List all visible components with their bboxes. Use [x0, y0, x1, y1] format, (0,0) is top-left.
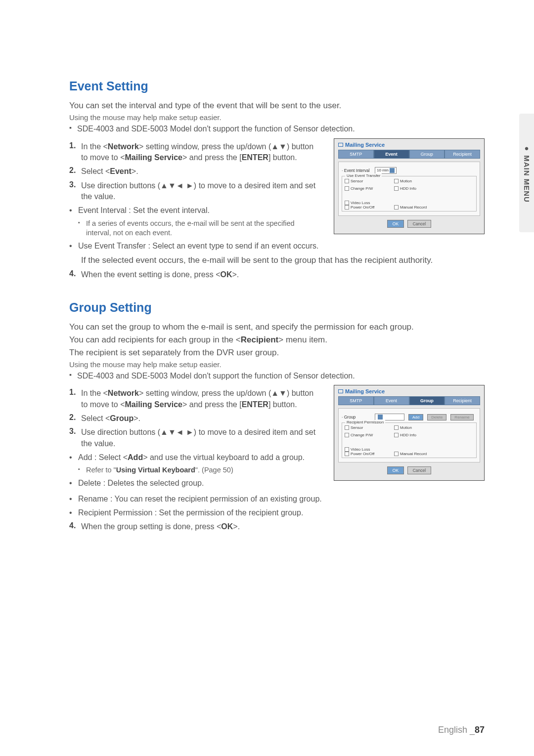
add-button[interactable]: Add [408, 414, 423, 420]
group-dropdown[interactable] [375, 414, 404, 420]
event-note-row: ▪ SDE-4003 and SDE-5003 Model don't supp… [69, 124, 485, 134]
group-sub-add-ref: ▪ Refer to "Using Virtual Keyboard". (Pa… [78, 465, 320, 475]
tab-event[interactable]: Event [374, 396, 409, 405]
group-sub-add: • Add : Select <Add> and use the virtual… [69, 452, 320, 463]
tab-smtp[interactable]: SMTP [338, 150, 374, 159]
event-step-4: When the event setting is done, press <O… [69, 269, 485, 280]
event-sub-interval: •Event Interval : Set the event interval… [69, 205, 320, 216]
event-step-2: Select <Event>. [69, 166, 320, 177]
group-sub-delete: •Delete : Deletes the selected group. [69, 478, 320, 489]
tab-event[interactable]: Event [374, 150, 409, 159]
bullet-square-icon: ▪ [69, 371, 77, 378]
event-setting-heading: Event Setting [69, 79, 485, 93]
group-note-row: ▪ SDE-4003 and SDE-5003 Model don't supp… [69, 371, 485, 381]
event-step-1: In the <Network> setting window, press t… [69, 141, 320, 164]
event-interval-dropdown[interactable]: 10 min [375, 167, 397, 174]
bullet-square-icon: ▪ [69, 124, 77, 131]
group-label: · Group [342, 415, 372, 420]
group-fieldset-legend: Recipient Permission [345, 420, 385, 424]
chk-manual-record[interactable]: Manual Record [394, 205, 434, 210]
chk-video-loss[interactable]: Video Loss [345, 447, 384, 452]
group-note-text: SDE-4003 and SDE-5003 Model don't suppor… [77, 371, 355, 381]
mail-icon [338, 143, 343, 147]
group-sub-rename: •Rename : You can reset the recipient pe… [69, 494, 485, 504]
tab-group[interactable]: Group [409, 396, 445, 405]
chk-manual-record[interactable]: Manual Record [394, 452, 434, 456]
chevron-down-icon [390, 168, 395, 173]
group-intro-1: You can set the group to whom the e-mail… [69, 322, 485, 333]
mail-icon [338, 389, 343, 393]
event-fieldset-legend: Use Event Transfer [345, 173, 382, 178]
event-intro-2: Using the mouse may help make setup easi… [69, 113, 485, 122]
event-interval-label: · Event Interval [342, 168, 372, 173]
ok-button[interactable]: OK [387, 466, 404, 474]
cancel-button[interactable]: Cancel [407, 220, 431, 228]
group-intro-2: You can add recipients for each group in… [69, 335, 485, 346]
event-screenshot-panel: Mailing Service SMTP Event Group Recipie… [334, 138, 485, 234]
chevron-down-icon [378, 415, 383, 420]
chk-hdd-info[interactable]: HDD Info [394, 186, 434, 191]
event-sub-interval-note: ▪If a series of events occurs, the e-mai… [78, 219, 320, 238]
chk-motion[interactable]: Motion [394, 425, 434, 430]
group-step-4: When the group setting is done, press <O… [69, 521, 485, 532]
chk-sensor[interactable]: Sensor [345, 179, 384, 183]
group-sub-permission: •Recipient Permission : Set the permissi… [69, 507, 485, 518]
event-sub-transfer: •Use Event Transfer : Select an event ty… [69, 241, 320, 252]
group-step-3: Use direction buttons (▲▼◄ ►) to move to… [69, 427, 320, 449]
chk-sensor[interactable]: Sensor [345, 425, 384, 430]
chk-motion[interactable]: Motion [394, 179, 434, 183]
event-note-text: SDE-4003 and SDE-5003 Model don't suppor… [77, 124, 355, 134]
event-intro-1: You can set the interval and type of the… [69, 100, 485, 112]
group-intro-3: The recipient is set separately from the… [69, 347, 485, 359]
page-footer: English _87 [438, 725, 485, 735]
group-screenshot-panel: Mailing Service SMTP Event Group Recipie… [334, 385, 485, 481]
chk-video-loss[interactable]: Video Loss [345, 201, 384, 205]
tab-recipient[interactable]: Recipient [445, 150, 480, 159]
cancel-button[interactable]: Cancel [407, 466, 431, 474]
group-intro-4: Using the mouse may help make setup easi… [69, 360, 485, 369]
group-step-1: In the <Network> setting window, press t… [69, 388, 320, 410]
chk-power[interactable]: Power On/Off [345, 205, 384, 210]
ok-button[interactable]: OK [387, 220, 404, 228]
chk-hdd-info[interactable]: HDD Info [394, 433, 434, 437]
group-setting-heading: Group Setting [69, 300, 485, 315]
rename-button[interactable]: Rename [450, 414, 473, 420]
chk-change-pw[interactable]: Change P/W [345, 186, 384, 191]
chk-power[interactable]: Power On/Off [345, 452, 384, 456]
tab-recipient[interactable]: Recipient [445, 396, 480, 405]
event-step-3: Use direction buttons (▲▼◄ ►) to move to… [69, 180, 320, 203]
group-step-2: Select <Group>. [69, 413, 320, 424]
chk-change-pw[interactable]: Change P/W [345, 433, 384, 437]
tab-group[interactable]: Group [409, 150, 445, 159]
event-sub-transfer-detail: If the selected event occurs, the e-mail… [81, 255, 485, 266]
tab-smtp[interactable]: SMTP [338, 396, 374, 405]
side-chapter-label: ● MAIN MENU [523, 144, 531, 203]
delete-button[interactable]: Delete [427, 414, 446, 420]
side-chapter-tab: ● MAIN MENU [519, 114, 534, 232]
